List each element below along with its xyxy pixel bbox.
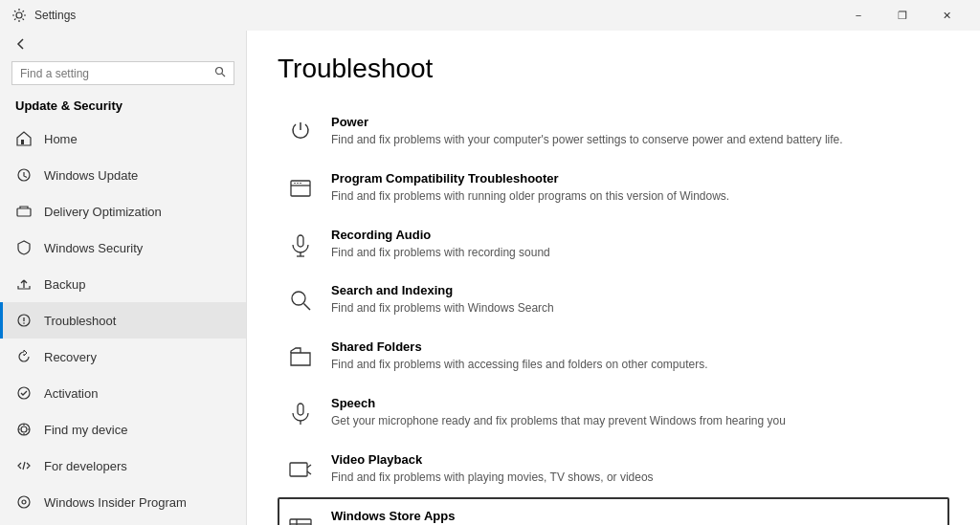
video-playback-icon <box>285 454 316 485</box>
troubleshoot-item-video-playback[interactable]: Video Playback Find and fix problems wit… <box>278 441 949 497</box>
program-compat-desc: Find and fix problems with running older… <box>331 188 729 205</box>
shared-folders-desc: Find and fix problems with accessing fil… <box>331 357 708 373</box>
recording-audio-title: Recording Audio <box>331 228 550 242</box>
search-indexing-text: Search and Indexing Find and fix problem… <box>331 283 554 317</box>
svg-point-1 <box>216 68 223 75</box>
windows-update-icon <box>15 166 33 184</box>
troubleshoot-item-shared-folders[interactable]: Shared Folders Find and fix problems wit… <box>278 328 949 384</box>
settings-app-icon <box>11 8 27 23</box>
app-body: Update & Security Home Windows Update De… <box>0 31 980 525</box>
sidebar-item-activation-label: Activation <box>44 386 98 401</box>
sidebar-item-windows-security[interactable]: Windows Security <box>0 230 246 266</box>
minimize-button[interactable]: − <box>836 0 880 31</box>
titlebar: Settings − ❐ ✕ <box>0 0 980 31</box>
sidebar: Update & Security Home Windows Update De… <box>0 31 247 525</box>
troubleshoot-item-power[interactable]: Power Find and fix problems with your co… <box>278 103 949 160</box>
svg-rect-29 <box>298 404 303 415</box>
sidebar-item-windows-update-label: Windows Update <box>44 168 138 183</box>
svg-point-10 <box>21 427 27 432</box>
speech-text: Speech Get your microphone ready and fix… <box>331 396 786 429</box>
video-playback-text: Video Playback Find and fix problems wit… <box>331 452 654 486</box>
search-indexing-icon <box>285 285 316 316</box>
main-content: Troubleshoot Power Find and fix problems… <box>247 31 980 525</box>
search-box[interactable] <box>11 61 234 85</box>
recovery-icon <box>15 348 33 365</box>
backup-icon <box>15 275 33 293</box>
restore-button[interactable]: ❐ <box>880 0 924 31</box>
program-compat-title: Program Compatibility Troubleshooter <box>331 171 729 186</box>
developers-icon <box>15 457 33 474</box>
titlebar-left: Settings <box>11 8 76 23</box>
delivery-optimization-icon <box>15 203 33 220</box>
page-title: Troubleshoot <box>278 54 949 84</box>
power-text: Power Find and fix problems with your co… <box>331 115 843 148</box>
sidebar-item-troubleshoot[interactable]: Troubleshoot <box>0 302 246 339</box>
program-compat-text: Program Compatibility Troubleshooter Fin… <box>331 171 729 205</box>
back-icon <box>15 38 27 50</box>
sidebar-item-windows-security-label: Windows Security <box>44 241 143 255</box>
troubleshoot-item-recording-audio[interactable]: Recording Audio Find and fix problems wi… <box>278 216 949 273</box>
shared-folders-icon <box>285 341 316 372</box>
find-my-device-icon <box>15 421 33 438</box>
sidebar-item-for-developers[interactable]: For developers <box>0 448 246 484</box>
video-playback-title: Video Playback <box>331 452 654 467</box>
sidebar-item-developers-label: For developers <box>44 459 127 473</box>
sidebar-item-find-device-label: Find my device <box>44 423 127 437</box>
sidebar-item-backup-label: Backup <box>44 277 85 292</box>
search-icon <box>214 66 226 80</box>
windows-insider-icon <box>15 493 33 511</box>
titlebar-title: Settings <box>34 9 76 22</box>
svg-rect-3 <box>21 140 24 144</box>
troubleshoot-item-program-compat[interactable]: Program Compatibility Troubleshooter Fin… <box>278 160 949 216</box>
recording-audio-text: Recording Audio Find and fix problems wi… <box>331 228 550 261</box>
svg-line-28 <box>304 304 311 311</box>
svg-point-17 <box>22 500 26 504</box>
sidebar-item-recovery-label: Recovery <box>44 350 97 364</box>
troubleshoot-item-search-indexing[interactable]: Search and Indexing Find and fix problem… <box>278 272 949 328</box>
sidebar-item-insider-label: Windows Insider Program <box>44 495 187 510</box>
speech-desc: Get your microphone ready and fix proble… <box>331 413 786 429</box>
sidebar-item-home-label: Home <box>44 132 78 146</box>
windows-store-apps-title: Windows Store Apps <box>331 509 760 523</box>
power-icon <box>285 117 316 147</box>
shared-folders-text: Shared Folders Find and fix problems wit… <box>331 339 708 373</box>
troubleshoot-item-windows-store-apps[interactable]: Windows Store Apps Troubleshoot problems… <box>278 497 949 525</box>
recording-audio-desc: Find and fix problems with recording sou… <box>331 245 550 261</box>
home-icon <box>15 130 33 147</box>
close-button[interactable]: ✕ <box>924 0 969 31</box>
svg-rect-31 <box>290 463 307 476</box>
svg-rect-24 <box>298 235 303 247</box>
power-title: Power <box>331 115 843 129</box>
titlebar-controls: − ❐ ✕ <box>836 0 969 31</box>
sidebar-item-backup[interactable]: Backup <box>0 266 246 302</box>
back-button[interactable] <box>0 31 246 57</box>
activation-icon <box>15 384 33 402</box>
sidebar-item-windows-update[interactable]: Windows Update <box>0 157 246 193</box>
svg-point-27 <box>292 292 305 305</box>
video-playback-desc: Find and fix problems with playing movie… <box>331 470 654 486</box>
search-input[interactable] <box>20 67 209 80</box>
sidebar-item-recovery[interactable]: Recovery <box>0 339 246 375</box>
troubleshoot-item-speech[interactable]: Speech Get your microphone ready and fix… <box>278 384 949 441</box>
speech-icon <box>285 398 316 428</box>
svg-rect-5 <box>17 208 31 216</box>
power-desc: Find and fix problems with your computer… <box>331 132 843 148</box>
svg-point-16 <box>18 496 30 508</box>
troubleshoot-icon <box>15 312 33 329</box>
windows-store-apps-text: Windows Store Apps Troubleshoot problems… <box>331 509 760 525</box>
windows-store-apps-icon <box>285 511 316 525</box>
sidebar-item-windows-insider[interactable]: Windows Insider Program <box>0 484 246 520</box>
sidebar-item-find-my-device[interactable]: Find my device <box>0 411 246 448</box>
speech-title: Speech <box>331 396 786 410</box>
svg-point-8 <box>23 322 25 324</box>
sidebar-item-delivery-optimization[interactable]: Delivery Optimization <box>0 193 246 230</box>
svg-point-9 <box>18 387 30 399</box>
sidebar-item-activation[interactable]: Activation <box>0 375 246 411</box>
sidebar-item-home[interactable]: Home <box>0 120 246 157</box>
sidebar-item-troubleshoot-label: Troubleshoot <box>44 314 116 328</box>
sidebar-item-delivery-label: Delivery Optimization <box>44 205 162 219</box>
shared-folders-title: Shared Folders <box>331 339 708 354</box>
sidebar-section-header: Update & Security <box>0 93 246 120</box>
search-indexing-title: Search and Indexing <box>331 283 554 297</box>
svg-line-2 <box>222 74 225 77</box>
